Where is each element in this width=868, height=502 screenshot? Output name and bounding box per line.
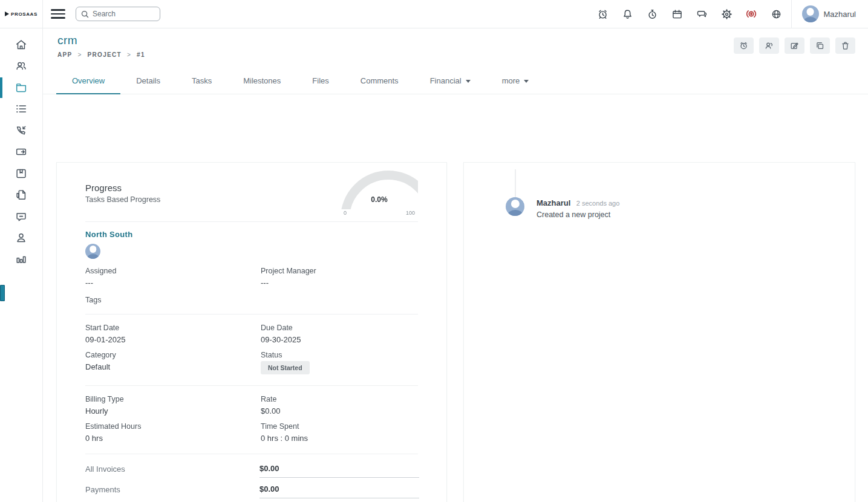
all-invoices-label: All Invoices xyxy=(85,464,259,474)
gear-icon xyxy=(720,8,733,21)
due-date-value: 09-30-2025 xyxy=(261,335,418,344)
gauge-arc: 0.0% xyxy=(341,171,418,209)
status-badge: Not Started xyxy=(261,361,310,374)
estimated-hours-value: 0 hrs xyxy=(85,434,261,443)
home-icon xyxy=(15,38,28,51)
schedule-section: Start Date 09-01-2025 Due Date 09-30-202… xyxy=(85,315,418,386)
project-summary-card: Progress Tasks Based Progress 0.0% 0 100… xyxy=(56,162,447,502)
progress-gauge: 0.0% 0 100 xyxy=(341,171,418,216)
tab-tasks[interactable]: Tasks xyxy=(176,76,227,94)
header-actions xyxy=(734,37,855,54)
all-invoices-value: $0.00 xyxy=(259,464,419,478)
record-plus-icon xyxy=(745,7,758,21)
breadcrumb-current: #1 xyxy=(137,51,145,58)
sidebar-item-person[interactable] xyxy=(0,227,42,249)
user-avatar xyxy=(802,5,819,22)
assigned-label: Assigned xyxy=(85,267,261,275)
app-logo[interactable]: PROSAAS xyxy=(0,0,43,28)
sidebar-item-contacts[interactable] xyxy=(0,56,42,77)
tab-details[interactable]: Details xyxy=(120,76,176,94)
tab-more[interactable]: more xyxy=(486,76,545,94)
estimated-hours-label: Estimated Hours xyxy=(85,422,261,431)
client-avatar[interactable] xyxy=(85,244,100,259)
project-manager-value: --- xyxy=(261,278,418,287)
tab-comments[interactable]: Comments xyxy=(345,76,414,94)
breadcrumb-separator: > xyxy=(127,51,131,58)
delete-button[interactable] xyxy=(835,37,855,54)
tab-milestones[interactable]: Milestones xyxy=(227,76,296,94)
card-arrow-icon xyxy=(15,145,28,158)
activity-text: Created a new project xyxy=(537,210,619,219)
tab-files[interactable]: Files xyxy=(296,76,344,94)
sidebar-item-support[interactable] xyxy=(0,206,42,227)
bell-icon xyxy=(621,8,634,21)
timeline-line xyxy=(515,169,516,198)
search-input[interactable] xyxy=(93,10,155,18)
search-icon xyxy=(80,10,90,19)
sidebar-scroll-indicator xyxy=(0,285,5,301)
tab-overview[interactable]: Overview xyxy=(56,76,120,94)
start-date-value: 09-01-2025 xyxy=(85,335,261,344)
duplicate-button[interactable] xyxy=(810,37,830,54)
rate-value: $0.00 xyxy=(261,406,418,416)
edit-icon xyxy=(789,41,800,51)
timer-icon xyxy=(739,41,749,51)
user-menu[interactable]: Mazharul xyxy=(792,5,868,22)
breadcrumb-app[interactable]: APP xyxy=(57,51,72,58)
globe-icon xyxy=(770,8,783,21)
gauge-max-label: 100 xyxy=(406,210,415,216)
assign-user-button[interactable] xyxy=(759,37,779,54)
activity-item: Mazharul 2 seconds ago Created a new pro… xyxy=(506,197,619,219)
start-date-label: Start Date xyxy=(85,324,261,332)
tab-financial[interactable]: Financial xyxy=(414,76,486,94)
sidebar-item-projects[interactable] xyxy=(0,77,42,99)
payments-label: Payments xyxy=(85,484,259,494)
alarm-icon xyxy=(596,8,609,21)
logo-text: PROSAAS xyxy=(11,11,38,17)
assigned-value: --- xyxy=(85,278,261,287)
sidebar-item-documents[interactable] xyxy=(0,184,42,206)
gauge-value: 0.0% xyxy=(341,195,418,204)
financial-summary-section: All Invoices $0.00 Payments $0.00 Balanc… xyxy=(85,454,418,502)
status-label: Status xyxy=(261,351,418,359)
sidebar-item-archive[interactable] xyxy=(0,163,42,184)
topbar: PROSAAS xyxy=(0,0,868,28)
breadcrumb-separator: > xyxy=(77,51,82,58)
sidebar-nav xyxy=(0,28,43,502)
notifications-button[interactable] xyxy=(615,0,640,28)
gauge-min-label: 0 xyxy=(344,210,347,216)
tabs-bar: Overview Details Tasks Milestones Files … xyxy=(43,67,868,94)
time-tracker-button[interactable] xyxy=(640,0,665,28)
delete-icon xyxy=(840,41,850,51)
settings-button[interactable] xyxy=(714,0,739,28)
activity-avatar xyxy=(506,197,524,216)
alarm-button[interactable] xyxy=(590,0,615,28)
category-value: Default xyxy=(85,362,261,371)
sidebar-item-home[interactable] xyxy=(0,34,42,56)
stopwatch-icon xyxy=(646,8,659,21)
client-section: North South Assigned --- Project Manager… xyxy=(85,222,418,315)
activity-user[interactable]: Mazharul xyxy=(537,198,570,207)
logo-arrow-icon xyxy=(5,11,9,16)
calendar-button[interactable] xyxy=(665,0,690,28)
quick-add-button[interactable] xyxy=(739,0,764,28)
progress-section: Progress Tasks Based Progress 0.0% 0 100 xyxy=(85,163,418,222)
breadcrumb-project[interactable]: PROJECT xyxy=(88,51,122,58)
chat-icon xyxy=(696,8,708,21)
edit-button[interactable] xyxy=(785,37,804,54)
sidebar-item-payments[interactable] xyxy=(0,142,42,163)
sidebar-item-calls[interactable] xyxy=(0,120,42,142)
main-area: crm APP > PROJECT > #1 xyxy=(43,28,868,502)
progress-subtitle: Tasks Based Progress xyxy=(85,195,160,204)
user-name: Mazharul xyxy=(824,10,856,19)
menu-toggle-button[interactable] xyxy=(51,7,65,21)
timer-button[interactable] xyxy=(734,37,754,54)
sidebar-item-reports[interactable] xyxy=(0,249,42,270)
time-spent-label: Time Spent xyxy=(261,422,418,431)
billing-type-label: Billing Type xyxy=(85,395,261,403)
messages-button[interactable] xyxy=(690,0,714,28)
language-button[interactable] xyxy=(764,0,789,28)
client-name-link[interactable]: North South xyxy=(85,230,418,239)
search-box[interactable] xyxy=(76,7,160,21)
sidebar-item-tasks[interactable] xyxy=(0,99,42,120)
